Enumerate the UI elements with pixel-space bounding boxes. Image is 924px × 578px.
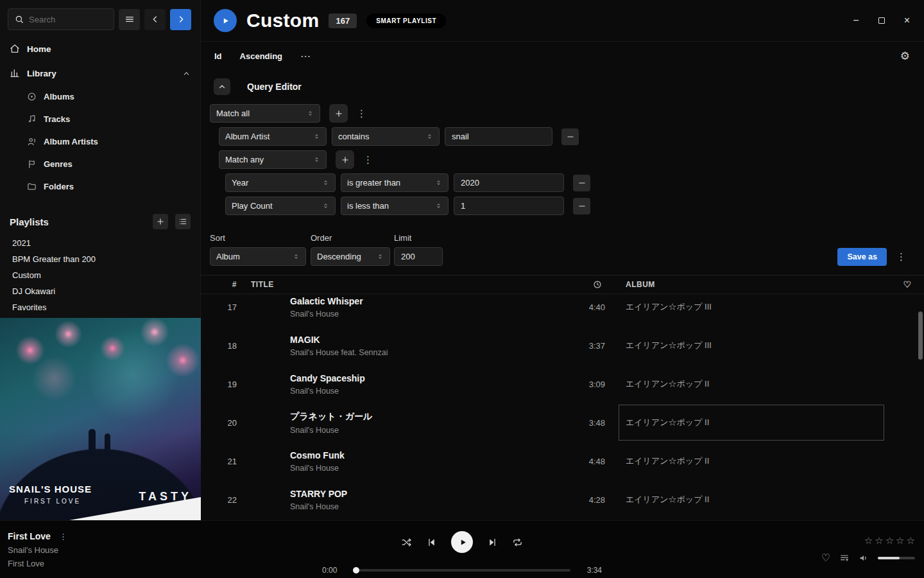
menu-button[interactable] <box>119 9 140 30</box>
track-duration: 4:48 <box>547 457 605 466</box>
sort-select[interactable]: Album <box>210 247 306 266</box>
volume-button[interactable] <box>859 553 869 563</box>
track-album[interactable]: エイリアン☆ポップ III <box>605 294 891 326</box>
rule-field-select[interactable]: Album Artist <box>219 127 327 146</box>
repeat-icon <box>512 537 523 548</box>
sort-field-button[interactable]: Id <box>214 51 222 61</box>
remove-rule-button[interactable] <box>561 128 579 145</box>
match-any-select[interactable]: Match any <box>219 150 327 169</box>
plus-icon <box>156 217 165 226</box>
gear-icon[interactable]: ⚙ <box>900 49 910 63</box>
track-album[interactable]: エイリアン☆ポップ II <box>605 480 891 519</box>
column-index[interactable]: # <box>201 280 237 289</box>
minimize-button[interactable]: − <box>853 15 859 26</box>
queue-button[interactable] <box>839 553 850 563</box>
remove-rule-button[interactable] <box>573 175 590 191</box>
column-title[interactable]: TITLE <box>237 280 547 289</box>
track-row[interactable]: 19 Candy Spaceship Snail's House 3:09 エイ… <box>201 365 924 403</box>
play-playlist-button[interactable] <box>214 9 237 32</box>
playlist-item[interactable]: 2021 <box>0 235 200 251</box>
playlist-item[interactable]: Favorites <box>0 299 200 315</box>
search-input[interactable] <box>29 15 107 24</box>
playlist-item[interactable]: Custom <box>0 267 200 283</box>
track-artist: Snail's House <box>290 310 547 319</box>
column-album[interactable]: ALBUM <box>605 280 891 289</box>
playlist-item[interactable]: DJ Okawari <box>0 283 200 299</box>
now-playing-title[interactable]: First Love <box>8 531 51 541</box>
column-favorite[interactable]: ♡ <box>891 279 924 290</box>
track-duration: 3:37 <box>547 341 605 351</box>
add-rule-button[interactable] <box>336 150 354 169</box>
sidebar-item-albums[interactable]: Albums <box>0 85 200 108</box>
rule-operator-select[interactable]: contains <box>332 127 440 146</box>
more-options-icon[interactable]: ⋯ <box>300 50 311 62</box>
column-duration[interactable] <box>547 280 605 289</box>
star-icon[interactable]: ☆ <box>875 535 883 547</box>
play-pause-button[interactable] <box>451 531 473 553</box>
volume-slider[interactable] <box>878 557 915 559</box>
now-playing-artist[interactable]: Snail's House <box>8 545 67 555</box>
sidebar-item-folders[interactable]: Folders <box>0 175 200 198</box>
rule-group-menu-button[interactable]: ⋮ <box>353 109 370 118</box>
rule-value-input[interactable] <box>454 197 564 215</box>
query-rule-row: Play Count is less than <box>225 197 924 215</box>
chevron-up-icon[interactable] <box>182 69 191 78</box>
track-row[interactable]: 17 Galactic Whisper Snail's House 4:40 エ… <box>201 294 924 326</box>
rule-operator-select[interactable]: is less than <box>341 197 449 215</box>
star-icon[interactable]: ☆ <box>886 535 894 547</box>
minus-icon <box>578 202 586 211</box>
track-title: MAGIK <box>290 335 547 345</box>
star-icon[interactable]: ☆ <box>896 535 904 547</box>
sidebar-item-album-artists[interactable]: Album Artists <box>0 130 200 153</box>
track-album[interactable]: エイリアン☆ポップ II <box>605 442 891 480</box>
add-rule-button[interactable] <box>329 104 348 123</box>
match-all-select[interactable]: Match all <box>210 104 320 123</box>
previous-button[interactable] <box>426 537 437 548</box>
now-playing-artwork[interactable]: SNAIL'S HOUSE FIRST LOVE TASTY <box>0 318 201 520</box>
track-row[interactable]: 18 MAGIK Snail's House feat. Sennzai 3:3… <box>201 326 924 365</box>
star-icon[interactable]: ☆ <box>907 535 915 547</box>
limit-input[interactable] <box>394 247 443 266</box>
save-options-menu-button[interactable]: ⋮ <box>893 252 910 261</box>
nav-forward-button[interactable] <box>170 9 191 30</box>
track-album[interactable]: エイリアン☆ポップ II <box>605 365 891 403</box>
seek-knob[interactable] <box>353 567 359 574</box>
track-row[interactable]: 22 STARRY POP Snail's House 4:28 エイリアン☆ポ… <box>201 480 924 519</box>
sidebar-item-home[interactable]: Home <box>0 37 200 61</box>
sort-direction-button[interactable]: Ascending <box>240 51 282 61</box>
shuffle-button[interactable] <box>401 537 412 548</box>
add-playlist-button[interactable] <box>153 214 168 229</box>
favorite-heart-icon[interactable]: ♡ <box>821 552 830 564</box>
scrollbar-thumb[interactable] <box>918 311 923 360</box>
sidebar-item-library[interactable]: Library <box>0 61 200 85</box>
rule-operator-select[interactable]: is greater than <box>341 173 449 192</box>
playlist-list-button[interactable] <box>175 214 191 229</box>
track-row[interactable]: 20 プラネット・ガール Snail's House 3:48 エイリアン☆ポッ… <box>201 403 924 442</box>
remove-rule-button[interactable] <box>573 198 590 215</box>
nav-back-button[interactable] <box>144 9 166 30</box>
rule-field-select[interactable]: Play Count <box>225 197 336 215</box>
sidebar-item-tracks[interactable]: Tracks <box>0 108 200 130</box>
now-playing-album[interactable]: First Love <box>8 559 67 568</box>
rule-value-input[interactable] <box>454 173 564 192</box>
search-box[interactable] <box>8 8 114 30</box>
maximize-button[interactable] <box>878 17 885 24</box>
rule-field-select[interactable]: Year <box>225 173 336 192</box>
order-select[interactable]: Descending <box>311 247 390 266</box>
close-button[interactable]: × <box>904 15 910 26</box>
now-playing-menu-icon[interactable]: ⋮ <box>59 532 67 541</box>
rule-group-menu-button[interactable]: ⋮ <box>359 155 377 164</box>
seek-bar[interactable] <box>354 569 570 572</box>
track-album-focused-cell[interactable]: エイリアン☆ポップ II <box>605 403 891 442</box>
track-album[interactable]: エイリアン☆ポップ III <box>605 326 891 365</box>
playlist-item[interactable]: BPM Greater than 200 <box>0 251 200 267</box>
rule-value-input[interactable] <box>445 127 552 146</box>
next-button[interactable] <box>487 537 498 548</box>
playlist-header: Custom 167 SMART PLAYLIST − × <box>201 0 924 42</box>
track-row[interactable]: 21 Cosmo Funk Snail's House 4:48 エイリアン☆ポ… <box>201 442 924 480</box>
repeat-button[interactable] <box>512 537 523 548</box>
star-icon[interactable]: ☆ <box>864 535 873 547</box>
sidebar-item-genres[interactable]: Genres <box>0 153 200 175</box>
save-as-button[interactable]: Save as <box>837 248 887 266</box>
collapse-query-editor-button[interactable] <box>214 78 230 95</box>
